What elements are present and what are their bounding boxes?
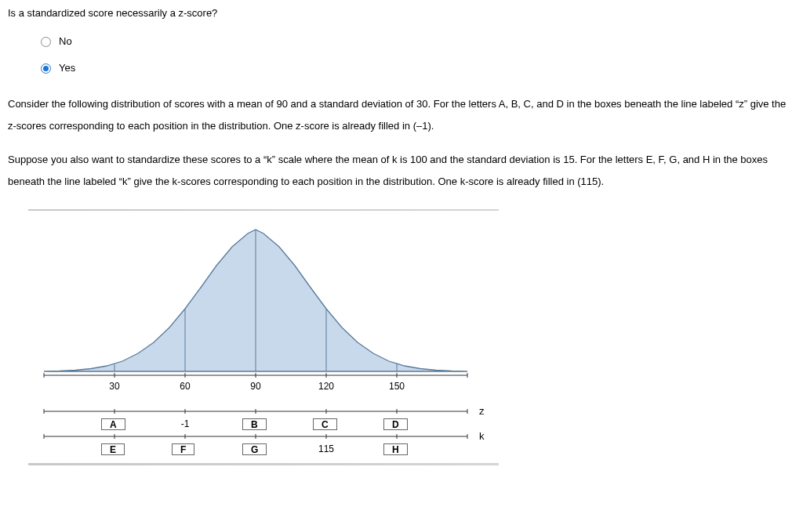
k-row-label: k xyxy=(479,432,485,442)
divider-top xyxy=(28,209,499,212)
z-row-label: z xyxy=(479,407,485,417)
z-box-D[interactable]: D xyxy=(383,418,408,430)
k-box-E[interactable]: E xyxy=(101,443,125,455)
divider-bottom xyxy=(28,463,499,465)
axis-tick-120: 120 xyxy=(318,381,334,392)
question2-para2: Suppose you also want to standardize the… xyxy=(8,149,795,194)
diagram-container: 30 60 90 120 150 z A -1 B C D k E F G xyxy=(28,209,499,465)
question2-para1: Consider the following distribution of s… xyxy=(8,93,795,138)
radio-label-yes: Yes xyxy=(59,61,75,75)
radio-group: No Yes xyxy=(41,34,795,75)
z-text-neg1: -1 xyxy=(181,418,190,429)
k-box-H[interactable]: H xyxy=(383,443,408,455)
z-box-B[interactable]: B xyxy=(242,418,267,430)
axis-tick-90: 90 xyxy=(250,381,261,392)
radio-icon-checked xyxy=(41,63,51,74)
k-text-115: 115 xyxy=(318,443,334,454)
radio-option-no[interactable]: No xyxy=(41,34,795,49)
radio-icon xyxy=(41,37,51,47)
k-box-G[interactable]: G xyxy=(242,443,267,455)
radio-option-yes[interactable]: Yes xyxy=(41,61,795,75)
axis-tick-150: 150 xyxy=(389,381,405,392)
radio-label-no: No xyxy=(59,34,72,49)
k-axis-row: k E F G 115 H xyxy=(28,432,487,457)
question1-text: Is a standardized score necessarily a z-… xyxy=(8,6,795,20)
z-box-A[interactable]: A xyxy=(101,418,125,430)
axis-tick-60: 60 xyxy=(180,381,191,392)
k-box-F[interactable]: F xyxy=(172,443,194,455)
z-box-C[interactable]: C xyxy=(313,418,337,430)
axis-tick-30: 30 xyxy=(109,381,120,392)
z-axis-row: z A -1 B C D xyxy=(28,407,487,432)
distribution-chart: 30 60 90 120 150 xyxy=(28,219,487,407)
